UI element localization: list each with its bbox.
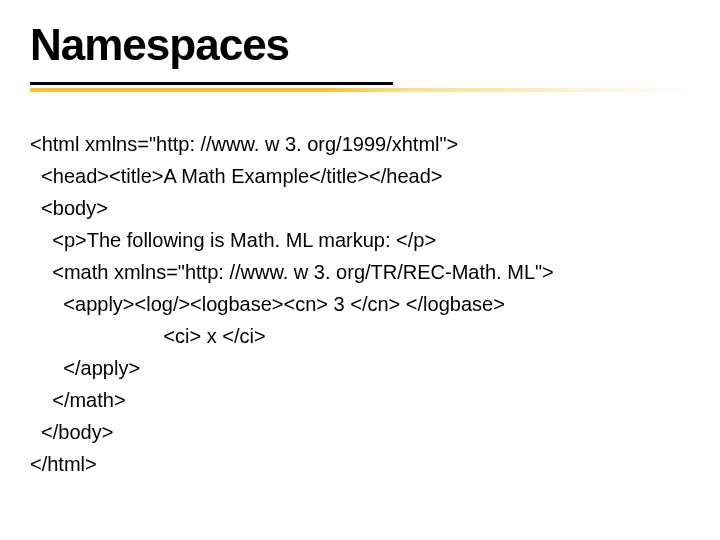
code-block: <html xmlns="http: //www. w 3. org/1999/… xyxy=(30,128,690,480)
slide-title: Namespaces xyxy=(30,20,690,70)
title-underline xyxy=(30,82,690,110)
slide: Namespaces <html xmlns="http: //www. w 3… xyxy=(0,0,720,510)
underline-black xyxy=(30,82,393,85)
underline-yellow xyxy=(30,88,690,92)
